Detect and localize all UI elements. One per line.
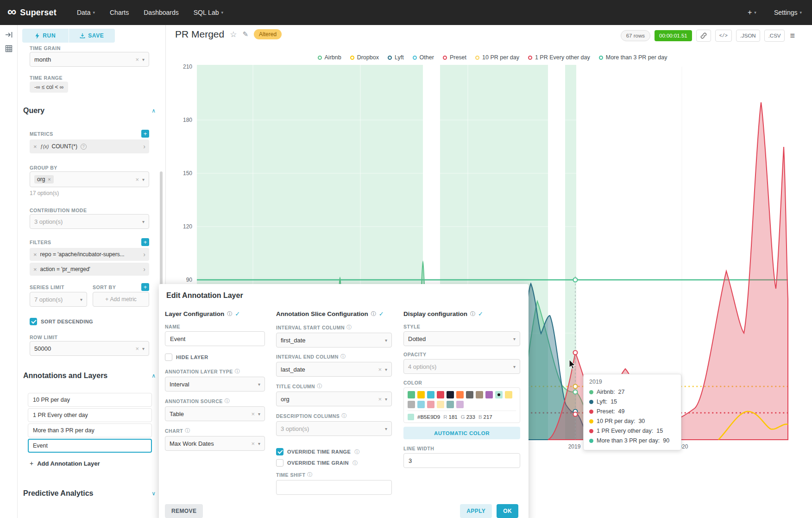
chart-menu-icon[interactable]: ≡	[789, 31, 796, 41]
color-swatch[interactable]	[476, 391, 483, 398]
nav-item-dashboards[interactable]: Dashboards	[144, 9, 179, 16]
info-icon[interactable]: ⓘ	[371, 310, 376, 317]
override-time-grain-row[interactable]: OVERRIDE TIME GRAIN ⓘ	[276, 459, 392, 467]
clear-icon[interactable]: ×	[378, 366, 382, 373]
legend-item[interactable]: Preset	[443, 54, 466, 61]
annotation-source-select[interactable]: Table × ▾	[165, 406, 265, 421]
view-query-button[interactable]: </>	[715, 30, 732, 42]
info-icon[interactable]: ⓘ	[346, 324, 352, 331]
info-icon[interactable]: ⓘ	[470, 310, 475, 317]
color-swatch[interactable]	[427, 391, 434, 398]
predictive-section-header[interactable]: Predictive Analytics ∨	[23, 489, 156, 498]
metric-chip[interactable]: × ƒ(x) COUNT(*) ? ›	[30, 139, 149, 153]
legend-item[interactable]: Other	[413, 54, 434, 61]
filter-chip[interactable]: × repo = 'apache/incubator-supers... ›	[30, 248, 149, 261]
color-swatch[interactable]	[485, 391, 493, 398]
annotation-layer-item-selected[interactable]: Event	[28, 439, 152, 453]
color-swatch[interactable]	[417, 391, 425, 398]
query-section-header[interactable]: Query ∧	[23, 107, 156, 115]
share-link-button[interactable]	[696, 30, 711, 42]
info-icon[interactable]: ⓘ	[341, 412, 346, 419]
hide-layer-checkbox[interactable]	[165, 354, 172, 361]
line-width-input[interactable]	[403, 453, 520, 468]
add-annotation-layer-button[interactable]: + Add Annotation Layer	[30, 460, 100, 467]
export-csv-button[interactable]: .CSV	[764, 30, 785, 42]
info-icon[interactable]: ⓘ	[352, 460, 358, 467]
collapse-datasource-panel-icon[interactable]	[5, 31, 13, 39]
remove-icon[interactable]: ×	[33, 266, 37, 273]
color-swatch[interactable]	[505, 391, 512, 398]
altered-badge[interactable]: Altered	[254, 29, 282, 39]
legend-item[interactable]: Lyft	[388, 54, 404, 61]
override-time-range-row[interactable]: OVERRIDE TIME RANGE ⓘ	[276, 448, 392, 455]
edit-title-icon[interactable]: ✎	[242, 30, 248, 38]
nav-item-charts[interactable]: Charts	[110, 9, 129, 16]
time-grain-select[interactable]: month × ▾	[30, 52, 149, 67]
time-range-chip[interactable]: -∞ ≤ col < ∞	[30, 82, 68, 93]
info-icon[interactable]: ⓘ	[317, 383, 322, 390]
series-limit-select[interactable]: 7 option(s) ▾	[30, 292, 87, 307]
rgb-b[interactable]: B217	[478, 414, 492, 420]
color-swatch[interactable]	[466, 391, 473, 398]
description-columns-select[interactable]: 3 option(s) ▾	[276, 421, 392, 436]
sort-descending-checkbox[interactable]	[30, 318, 37, 325]
title-column-select[interactable]: org × ▾	[276, 392, 392, 406]
rgb-g[interactable]: G233	[461, 414, 475, 420]
interval-start-select[interactable]: first_date ▾	[276, 333, 392, 347]
legend-item[interactable]: Airbnb	[318, 54, 341, 61]
nav-item-sql-lab[interactable]: SQL Lab▾	[194, 9, 223, 16]
chart-select[interactable]: Max Work Dates × ▾	[165, 436, 265, 451]
legend-item[interactable]: Dropbox	[350, 54, 379, 61]
legend-item[interactable]: 1 PR Every other day	[528, 54, 590, 61]
info-icon[interactable]: ⓘ	[227, 310, 232, 317]
add-sort-metric-button[interactable]: +	[141, 283, 149, 291]
interval-end-select[interactable]: last_date × ▾	[276, 362, 392, 377]
color-swatch[interactable]	[408, 401, 415, 408]
dataset-grid-icon[interactable]	[5, 44, 13, 53]
clear-icon[interactable]: ×	[135, 345, 139, 352]
opacity-select[interactable]: 4 option(s) ▾	[403, 359, 520, 374]
color-swatch[interactable]	[456, 401, 464, 408]
color-swatch-selected[interactable]	[495, 391, 503, 398]
annotation-layer-item[interactable]: 10 PR per day	[28, 393, 152, 407]
color-swatch[interactable]	[408, 391, 415, 398]
color-swatch[interactable]	[456, 391, 464, 398]
color-swatch[interactable]	[417, 401, 425, 408]
clear-icon[interactable]: ×	[251, 440, 255, 447]
nav-new-button[interactable]: +▾	[748, 8, 756, 17]
color-swatch[interactable]	[437, 391, 444, 398]
nav-item-data[interactable]: Data▾	[77, 9, 95, 16]
clear-icon[interactable]: ×	[251, 411, 255, 417]
annotation-layer-item[interactable]: More than 3 PR per day	[28, 423, 152, 437]
time-shift-input[interactable]	[276, 480, 392, 495]
automatic-color-button[interactable]: AUTOMATIC COLOR	[403, 427, 520, 439]
clear-icon[interactable]: ×	[135, 176, 139, 183]
sort-descending-row[interactable]: SORT DESCENDING	[30, 318, 93, 325]
info-icon[interactable]: ⓘ	[235, 368, 240, 375]
annotation-layer-type-select[interactable]: Interval ▾	[165, 377, 265, 392]
clear-icon[interactable]: ×	[378, 396, 382, 403]
info-icon[interactable]: ⓘ	[307, 471, 312, 478]
group-by-select[interactable]: org× × ▾	[30, 171, 149, 187]
panel-scrollbar[interactable]	[160, 171, 163, 292]
override-time-range-checkbox[interactable]	[276, 448, 283, 455]
favorite-star-icon[interactable]: ☆	[230, 30, 237, 39]
annotation-layer-item[interactable]: 1 PR Every other day	[28, 408, 152, 422]
hide-layer-row[interactable]: HIDE LAYER	[165, 354, 265, 361]
remove-icon[interactable]: ×	[33, 251, 37, 258]
save-button[interactable]: SAVE	[69, 29, 115, 43]
sort-by-add-metric[interactable]: + Add metric	[93, 292, 149, 307]
clear-icon[interactable]: ×	[135, 56, 139, 63]
hex-value[interactable]: #B5E9D9	[417, 414, 440, 420]
add-filter-button[interactable]: +	[141, 238, 149, 246]
rgb-r[interactable]: R181	[443, 414, 458, 420]
run-button[interactable]: RUN	[22, 29, 69, 43]
filter-chip[interactable]: × action = 'pr_merged' ›	[30, 263, 149, 276]
name-input[interactable]	[165, 331, 265, 346]
superset-brand[interactable]: ∞ Superset	[7, 7, 57, 18]
row-limit-select[interactable]: 50000 × ▾	[30, 341, 149, 356]
color-swatch[interactable]	[447, 401, 454, 408]
info-icon[interactable]: ⓘ	[340, 353, 346, 360]
legend-item[interactable]: 10 PR per day	[475, 54, 519, 61]
color-swatch[interactable]	[437, 401, 444, 408]
